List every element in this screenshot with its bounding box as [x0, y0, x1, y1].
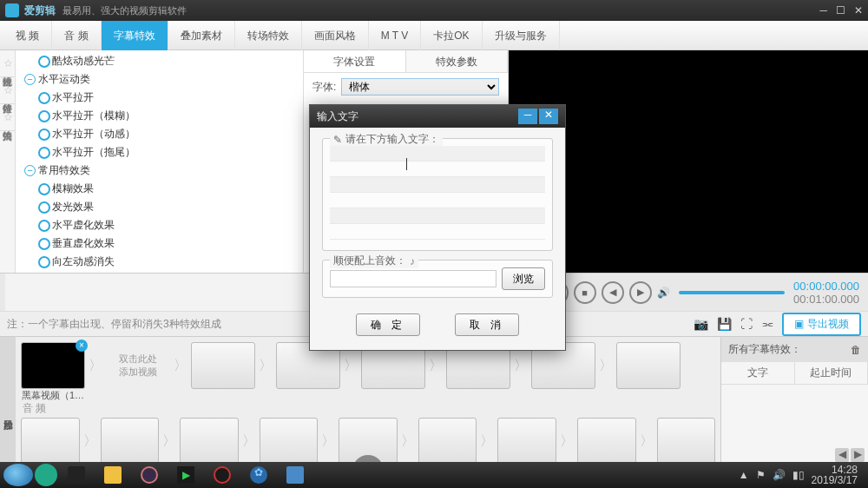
tray-network-icon[interactable]: ▮▯ — [792, 469, 805, 481]
arrow-icon: 〉 — [560, 432, 574, 451]
window-minimize-icon[interactable]: ─ — [819, 4, 827, 16]
window-close-icon[interactable]: ✕ — [854, 4, 863, 16]
hint-text: 注：一个字幕由出现、停留和消失3种特效组成 — [7, 317, 221, 332]
app-name: 爱剪辑 — [24, 3, 56, 18]
audio-track-label: 音 频 — [23, 401, 715, 416]
effect-item-0[interactable]: 酷炫动感光芒 — [16, 52, 303, 70]
empty-clip[interactable] — [657, 418, 716, 465]
taskbar-app-1[interactable] — [35, 464, 57, 486]
cancel-button[interactable]: 取 消 — [455, 313, 519, 336]
col-text: 文字 — [721, 362, 795, 384]
fullscreen-icon[interactable]: ⛶ — [740, 317, 753, 331]
effect-item-10[interactable]: 垂直虚化效果 — [16, 234, 303, 253]
app-logo — [5, 3, 19, 17]
dialog-minimize-button[interactable]: ─ — [518, 109, 537, 124]
effect-item-2[interactable]: 水平拉开 — [16, 89, 303, 107]
tab-3[interactable]: 叠加素材 — [168, 21, 235, 50]
subtab-params[interactable]: 特效参数 — [406, 50, 509, 72]
tab-0[interactable]: 视 频 — [3, 21, 52, 50]
sound-path-input[interactable] — [330, 270, 496, 287]
col-time: 起止时间 — [795, 362, 869, 384]
text-input-legend: 请在下方输入文字： — [345, 132, 439, 147]
effect-item-11[interactable]: 向左动感消失 — [16, 253, 303, 271]
taskbar-app-8[interactable] — [278, 464, 312, 486]
effect-category-6[interactable]: 常用特效类 — [16, 162, 303, 180]
effect-item-4[interactable]: 水平拉开（动感） — [16, 125, 303, 143]
clip-close-icon[interactable]: × — [76, 340, 88, 352]
sidetab-0[interactable]: ☆出现特效 — [0, 50, 15, 77]
empty-clip[interactable] — [191, 342, 255, 389]
add-video-hint[interactable]: 双击此处添加视频 — [106, 353, 170, 379]
arrow-icon: 〉 — [429, 357, 443, 375]
tray-up-icon[interactable]: ▲ — [739, 469, 749, 481]
empty-clip[interactable] — [101, 418, 160, 465]
effect-item-9[interactable]: 水平虚化效果 — [16, 216, 303, 234]
arrow-icon: 〉 — [514, 357, 528, 375]
empty-clip[interactable] — [616, 342, 681, 389]
page-next-button[interactable]: ▶ — [851, 448, 865, 462]
tab-6[interactable]: M T V — [369, 21, 422, 50]
tab-4[interactable]: 转场特效 — [235, 21, 302, 50]
tab-7[interactable]: 卡拉OK — [421, 21, 482, 50]
subtab-font[interactable]: 字体设置 — [304, 50, 406, 72]
tray-volume-icon[interactable]: 🔊 — [773, 469, 786, 481]
sound-legend: 顺便配上音效： — [333, 254, 406, 268]
save-icon[interactable]: 💾 — [717, 317, 732, 331]
tab-2[interactable]: 字幕特效 — [102, 21, 168, 50]
volume-icon[interactable]: 🔊 — [657, 287, 670, 299]
volume-slider[interactable] — [679, 291, 785, 294]
video-clip-0[interactable]: ×黑幕视频（1… — [21, 342, 85, 389]
arrow-icon: 〉 — [480, 432, 494, 451]
window-maximize-icon[interactable]: ☐ — [836, 4, 845, 16]
stop-button[interactable]: ■ — [574, 281, 596, 304]
music-note-icon: ♪ — [410, 255, 415, 267]
effect-item-7[interactable]: 模糊效果 — [16, 180, 303, 198]
empty-clip[interactable] — [418, 418, 477, 465]
taskbar-app-3[interactable] — [95, 464, 130, 486]
browse-button[interactable]: 浏览 — [502, 267, 545, 290]
taskbar-app-2[interactable] — [59, 464, 94, 486]
effect-item-8[interactable]: 发光效果 — [16, 198, 303, 216]
tray-flag-icon[interactable]: ⚑ — [756, 469, 766, 481]
start-button[interactable] — [3, 464, 33, 486]
arrow-icon: 〉 — [242, 432, 256, 451]
effect-item-5[interactable]: 水平拉开（拖尾） — [16, 143, 303, 162]
taskbar-app-4[interactable] — [132, 464, 167, 486]
dialog-close-button[interactable]: ✕ — [539, 109, 558, 124]
arrow-icon: 〉 — [344, 357, 358, 375]
font-label: 字体: — [312, 80, 336, 95]
page-prev-button[interactable]: ◀ — [835, 448, 849, 462]
taskbar-app-5[interactable]: ▶ — [168, 464, 203, 486]
effect-category-1[interactable]: 水平运动类 — [16, 70, 303, 89]
tab-5[interactable]: 画面风格 — [302, 21, 369, 50]
delete-subtitle-icon[interactable]: 🗑 — [851, 344, 861, 356]
arrow-icon: 〉 — [162, 432, 176, 451]
empty-clip[interactable] — [497, 418, 556, 465]
subtitle-panel-title: 所有字幕特效： — [728, 342, 801, 357]
tray-clock[interactable]: 14:28 2019/3/17 — [812, 465, 858, 485]
tab-8[interactable]: 升级与服务 — [483, 21, 560, 50]
share-icon[interactable]: ⫘ — [761, 317, 773, 331]
export-button[interactable]: ▣导出视频 — [782, 313, 861, 336]
snapshot-icon[interactable]: 📷 — [694, 317, 708, 331]
empty-clip[interactable] — [577, 418, 636, 465]
effect-item-3[interactable]: 水平拉开（模糊） — [16, 107, 303, 125]
ok-button[interactable]: 确 定 — [356, 313, 420, 336]
next-frame-button[interactable]: ▶ — [629, 281, 652, 304]
arrow-icon: 〉 — [89, 357, 102, 375]
sidetab-2[interactable]: ☆消失特效 — [0, 104, 15, 131]
arrow-icon: 〉 — [174, 357, 187, 375]
empty-clip[interactable] — [21, 418, 80, 465]
empty-clip[interactable] — [260, 418, 319, 465]
taskbar-app-7[interactable]: ✿ — [241, 464, 276, 486]
text-input-area[interactable] — [330, 146, 545, 241]
prev-frame-button[interactable]: ◀ — [602, 281, 624, 304]
taskbar-app-6[interactable] — [205, 464, 240, 486]
tab-1[interactable]: 音 频 — [52, 21, 101, 50]
effect-item-12[interactable]: 向右动感消失 — [16, 271, 303, 273]
edit-icon: ✎ — [333, 134, 342, 146]
sidetab-1[interactable]: ☆停留特效 — [0, 77, 15, 104]
font-select[interactable]: 楷体 — [341, 78, 499, 96]
empty-clip[interactable] — [180, 418, 239, 465]
main-tabs: 视 频音 频字幕特效叠加素材转场特效画面风格M T V卡拉OK升级与服务 — [0, 21, 868, 50]
